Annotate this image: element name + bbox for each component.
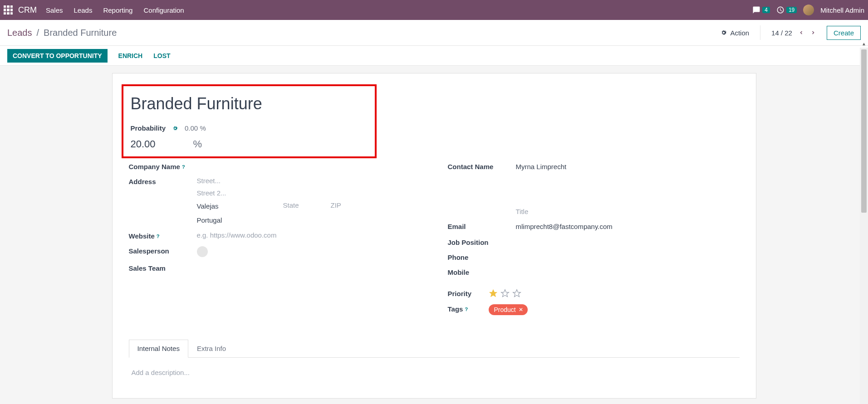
- breadcrumb-current: Branded Furniture: [44, 28, 117, 38]
- activities-button[interactable]: 19: [776, 6, 797, 14]
- scrollbar-thumb[interactable]: [861, 49, 867, 213]
- lost-button[interactable]: LOST: [153, 52, 170, 59]
- city-input[interactable]: Valejas: [197, 201, 251, 211]
- website-label: Website?: [129, 231, 197, 240]
- tags-label: Tags?: [448, 304, 489, 313]
- star-icon[interactable]: [500, 289, 510, 298]
- website-input[interactable]: e.g. https://www.odoo.com: [197, 231, 421, 239]
- tab-content: Add a description...: [129, 358, 740, 387]
- email-input[interactable]: mlimprecht8@fastcompany.com: [516, 222, 740, 231]
- probability-label: Probability: [131, 124, 166, 132]
- zip-input[interactable]: ZIP: [331, 201, 341, 211]
- phone-input[interactable]: [516, 253, 740, 254]
- country-input[interactable]: Portugal: [197, 215, 421, 225]
- description-input[interactable]: Add a description...: [132, 369, 190, 376]
- scroll-up-icon[interactable]: ▲: [862, 41, 866, 46]
- messages-button[interactable]: 4: [752, 6, 770, 14]
- chevron-left-icon[interactable]: [799, 30, 804, 35]
- company-name-label: Company Name?: [129, 162, 197, 170]
- avatar[interactable]: [803, 5, 814, 15]
- nav-sales[interactable]: Sales: [46, 6, 63, 14]
- help-icon[interactable]: ?: [182, 164, 185, 170]
- tabs: Internal Notes Extra Info: [129, 340, 740, 358]
- mobile-input[interactable]: [516, 268, 740, 269]
- close-icon[interactable]: ✕: [519, 307, 523, 313]
- breadcrumb-parent[interactable]: Leads: [7, 28, 32, 38]
- form-left-column: Company Name? Address Street... Street 2…: [129, 162, 421, 321]
- gear-icon[interactable]: [172, 125, 178, 131]
- header-row: Leads / Branded Furniture Action 14 / 22…: [0, 20, 868, 46]
- street2-input[interactable]: Street 2...: [197, 189, 421, 197]
- contact-name-input[interactable]: Myrna Limprecht: [516, 162, 740, 171]
- topbar: CRM Sales Leads Reporting Configuration …: [0, 0, 868, 20]
- pager: 14 / 22: [771, 29, 816, 37]
- job-position-input[interactable]: [516, 238, 740, 239]
- priority-stars[interactable]: [489, 289, 740, 298]
- tag-label: Product: [494, 306, 516, 313]
- mobile-label: Mobile: [448, 268, 516, 276]
- tag-chip[interactable]: Product ✕: [489, 304, 528, 315]
- salesperson-label: Salesperson: [129, 246, 197, 255]
- breadcrumb-sep: /: [37, 28, 39, 38]
- convert-button[interactable]: CONVERT TO OPPORTUNITY: [7, 49, 108, 63]
- user-menu[interactable]: Mitchell Admin: [820, 6, 864, 14]
- street-input[interactable]: Street...: [197, 177, 421, 185]
- chevron-right-icon[interactable]: [810, 30, 816, 35]
- contact-name-label: Contact Name: [448, 162, 516, 170]
- scrollbar[interactable]: ▲: [860, 48, 868, 404]
- status-bar: CONVERT TO OPPORTUNITY ENRICH LOST: [0, 46, 868, 66]
- email-label: Email: [448, 222, 516, 230]
- salesperson-avatar[interactable]: [197, 246, 208, 257]
- svg-marker-0: [489, 290, 497, 297]
- help-icon[interactable]: ?: [465, 307, 468, 312]
- nav-leads[interactable]: Leads: [74, 6, 93, 14]
- help-icon[interactable]: ?: [157, 234, 160, 239]
- tab-internal-notes[interactable]: Internal Notes: [129, 340, 188, 358]
- form-sheet: Branded Furniture Probability 0.00 % 20.…: [112, 73, 756, 399]
- title-input[interactable]: Title: [516, 208, 552, 215]
- activities-badge: 19: [786, 7, 797, 13]
- probability-hint: 0.00 %: [185, 124, 206, 132]
- svg-marker-2: [513, 290, 520, 297]
- apps-icon[interactable]: [4, 5, 13, 15]
- lead-title[interactable]: Branded Furniture: [131, 94, 375, 113]
- job-position-label: Job Position: [448, 238, 516, 246]
- messages-badge: 4: [762, 7, 770, 13]
- company-name-input[interactable]: [197, 162, 421, 164]
- star-icon[interactable]: [512, 289, 521, 298]
- clock-icon: [776, 6, 785, 14]
- probability-input[interactable]: 20.00: [131, 138, 185, 150]
- gear-icon: [720, 29, 727, 36]
- svg-marker-1: [501, 290, 509, 297]
- app-brand[interactable]: CRM: [18, 5, 37, 15]
- highlighted-region: Branded Furniture Probability 0.00 % 20.…: [122, 84, 377, 158]
- tab-extra-info[interactable]: Extra Info: [188, 340, 235, 357]
- divider: [760, 25, 760, 40]
- content-wrap: Branded Furniture Probability 0.00 % 20.…: [0, 66, 868, 404]
- breadcrumb: Leads / Branded Furniture: [7, 28, 117, 38]
- priority-label: Priority: [448, 289, 489, 297]
- address-label: Address: [129, 177, 197, 185]
- action-label: Action: [730, 29, 749, 37]
- enrich-button[interactable]: ENRICH: [118, 52, 143, 59]
- probability-unit: %: [193, 138, 202, 150]
- phone-label: Phone: [448, 253, 516, 261]
- action-dropdown[interactable]: Action: [720, 29, 749, 37]
- form-right-column: Contact Name Myrna Limprecht Title Email…: [448, 162, 740, 321]
- state-input[interactable]: State: [283, 201, 299, 211]
- star-icon[interactable]: [489, 289, 498, 298]
- create-button[interactable]: Create: [827, 26, 861, 40]
- sales-team-label: Sales Team: [129, 263, 197, 272]
- sales-team-input[interactable]: [197, 263, 421, 265]
- nav-reporting[interactable]: Reporting: [103, 6, 132, 14]
- nav-configuration[interactable]: Configuration: [143, 6, 184, 14]
- chat-icon: [752, 6, 760, 14]
- pager-text[interactable]: 14 / 22: [771, 29, 792, 37]
